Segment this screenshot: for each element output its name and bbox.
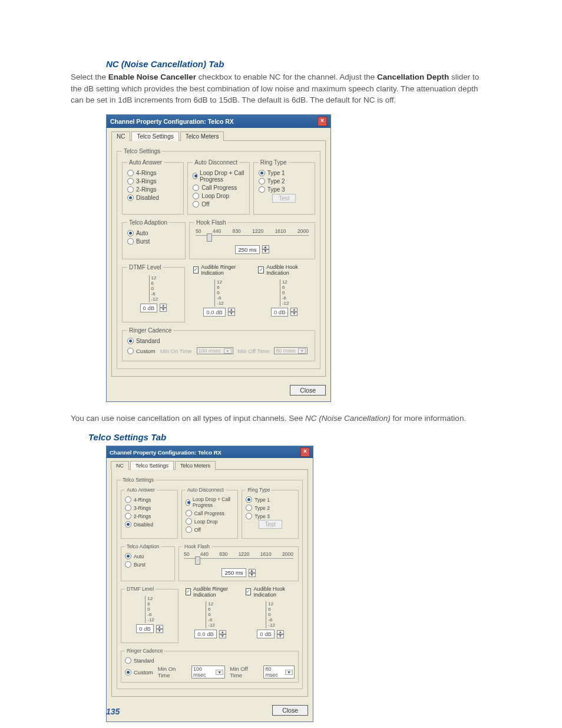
- up-icon[interactable]: ▲: [228, 308, 235, 312]
- radio-loop-drop-call-progress[interactable]: Loop Drop + Call Progress: [186, 496, 234, 508]
- checkbox-audible-ringer[interactable]: ✓Audible Ringer Indication: [193, 264, 246, 276]
- spinner[interactable]: ▲▼: [228, 308, 235, 316]
- spinner[interactable]: ▲▼: [277, 630, 284, 638]
- tab-telco-meters[interactable]: Telco Meters: [180, 131, 224, 141]
- spinner[interactable]: ▲▼: [156, 625, 163, 633]
- down-icon[interactable]: ▼: [249, 573, 256, 577]
- tab-telco-settings[interactable]: Telco Settings: [130, 461, 174, 470]
- spinner[interactable]: ▲▼: [290, 308, 297, 316]
- radio-disabled[interactable]: Disabled: [125, 521, 174, 528]
- min-off-select[interactable]: 80 msec▼: [263, 666, 295, 678]
- close-icon[interactable]: ×: [300, 447, 310, 457]
- chevron-down-icon[interactable]: ▼: [216, 670, 223, 675]
- radio-off[interactable]: Off: [193, 201, 244, 207]
- spinner[interactable]: ▲▼: [219, 630, 226, 638]
- radio-3-rings[interactable]: 3-Rings: [127, 178, 178, 185]
- radio-type-3[interactable]: Type 3: [259, 186, 310, 193]
- down-icon[interactable]: ▼: [228, 312, 235, 316]
- radio-type-1[interactable]: Type 1: [259, 170, 310, 176]
- up-icon[interactable]: ▲: [262, 245, 269, 249]
- dialog-title: Channel Property Configuration: Telco RX: [110, 118, 234, 125]
- dialog-telco-rx-2: Channel Property Configuration: Telco RX…: [106, 446, 313, 722]
- hook-flash-slider[interactable]: [196, 235, 309, 243]
- radio-auto[interactable]: Auto: [125, 553, 171, 559]
- radio-loop-drop[interactable]: Loop Drop: [186, 518, 234, 525]
- hook-flash-value[interactable]: 250 ms: [222, 568, 246, 577]
- radio-type-1[interactable]: Type 1: [246, 496, 295, 503]
- up-icon[interactable]: ▲: [277, 630, 284, 634]
- ari-value[interactable]: 0.0 dB: [203, 308, 225, 317]
- radio-icon: [193, 173, 197, 179]
- up-icon[interactable]: ▲: [219, 630, 226, 634]
- ahi-value[interactable]: 0 dB: [271, 308, 289, 317]
- hook-flash-value[interactable]: 250 ms: [235, 245, 259, 254]
- radio-type-2[interactable]: Type 2: [259, 178, 310, 185]
- checkbox-audible-hook[interactable]: ✓Audible Hook Indication: [246, 586, 295, 598]
- radio-custom[interactable]: Custom: [125, 669, 153, 676]
- down-icon[interactable]: ▼: [277, 634, 284, 638]
- radio-standard[interactable]: Standard: [127, 338, 310, 344]
- radio-type-2[interactable]: Type 2: [246, 505, 295, 511]
- radio-4-rings[interactable]: 4-Rings: [127, 170, 178, 176]
- down-icon[interactable]: ▼: [262, 249, 269, 253]
- radio-standard[interactable]: Standard: [125, 657, 295, 664]
- scale-label: 12: [208, 601, 215, 607]
- tab-nc[interactable]: NC: [111, 461, 129, 470]
- ari-value[interactable]: 0.0 dB: [194, 630, 216, 638]
- up-icon[interactable]: ▲: [249, 569, 256, 573]
- radio-custom[interactable]: Custom: [127, 348, 156, 354]
- down-icon[interactable]: ▼: [219, 634, 226, 638]
- radio-off[interactable]: Off: [186, 526, 234, 533]
- tab-telco-meters[interactable]: Telco Meters: [175, 461, 216, 470]
- tab-nc[interactable]: NC: [111, 131, 130, 141]
- min-on-select[interactable]: 100 msec▼: [191, 666, 225, 678]
- radio-2-rings[interactable]: 2-Rings: [127, 186, 178, 193]
- down-icon[interactable]: ▼: [160, 308, 167, 312]
- close-icon[interactable]: ×: [318, 117, 327, 126]
- radio-icon: [125, 669, 131, 676]
- dtmf-value[interactable]: 0 dB: [140, 304, 158, 312]
- spinner[interactable]: ▲▼: [160, 304, 167, 312]
- ahi-value[interactable]: 0 dB: [257, 630, 275, 638]
- radio-label: Type 1: [267, 170, 285, 176]
- radio-loop-drop-call-progress[interactable]: Loop Drop + Call Progress: [193, 170, 244, 183]
- radio-auto[interactable]: Auto: [127, 230, 180, 236]
- text-bold: Cancellation Depth: [377, 73, 449, 81]
- hook-flash-slider[interactable]: [184, 558, 293, 566]
- select-value: 80 msec: [276, 348, 296, 354]
- up-icon[interactable]: ▲: [290, 308, 297, 312]
- radio-3-rings[interactable]: 3-Rings: [125, 505, 174, 511]
- down-icon[interactable]: ▼: [156, 629, 163, 633]
- up-icon[interactable]: ▲: [156, 625, 163, 629]
- radio-disabled[interactable]: Disabled: [127, 195, 178, 201]
- radio-2-rings[interactable]: 2-Rings: [125, 513, 174, 519]
- radio-type-3[interactable]: Type 3: [246, 513, 295, 519]
- radio-4-rings[interactable]: 4-Rings: [125, 496, 174, 503]
- close-button[interactable]: Close: [272, 705, 308, 716]
- radio-icon: [246, 496, 252, 503]
- scale-label: 6: [151, 281, 158, 286]
- radio-loop-drop[interactable]: Loop Drop: [193, 193, 244, 199]
- dtmf-value[interactable]: 0 dB: [136, 624, 154, 633]
- titlebar[interactable]: Channel Property Configuration: Telco RX…: [107, 446, 313, 458]
- slider-thumb-icon[interactable]: [195, 556, 200, 565]
- checkbox-audible-ringer[interactable]: ✓Audible Ringer Indication: [186, 586, 235, 598]
- titlebar[interactable]: Channel Property Configuration: Telco RX…: [107, 115, 330, 128]
- chevron-down-icon[interactable]: ▼: [285, 670, 293, 675]
- radio-burst[interactable]: Burst: [127, 238, 180, 245]
- checkbox-audible-hook[interactable]: ✓Audible Hook Indication: [258, 264, 310, 276]
- dialog-telco-rx-1: Channel Property Configuration: Telco RX…: [106, 114, 331, 402]
- radio-call-progress[interactable]: Call Progress: [193, 185, 244, 191]
- close-button[interactable]: Close: [290, 385, 326, 396]
- radio-burst[interactable]: Burst: [125, 561, 171, 568]
- slider-thumb-icon[interactable]: [207, 233, 212, 242]
- spinner[interactable]: ▲▼: [249, 569, 256, 577]
- tab-telco-settings[interactable]: Telco Settings: [131, 131, 178, 141]
- radio-call-progress[interactable]: Call Progress: [186, 510, 234, 516]
- up-icon[interactable]: ▲: [160, 304, 167, 308]
- gauge-scale: 12 6 0 -6 -12: [214, 279, 224, 307]
- tick: 1610: [275, 228, 286, 234]
- spinner[interactable]: ▲▼: [262, 245, 269, 253]
- down-icon[interactable]: ▼: [290, 312, 297, 316]
- group-dtmf-level: DTMF Level 12 6 0 -6 -12 0 dB: [121, 586, 178, 643]
